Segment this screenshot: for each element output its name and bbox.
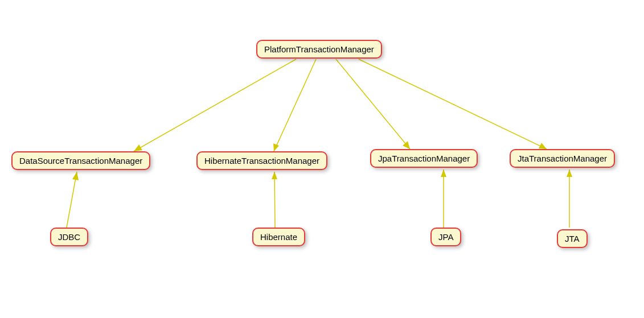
edge-root-to-hibernate bbox=[274, 59, 316, 151]
node-label: JTA bbox=[565, 234, 580, 243]
arrowhead bbox=[441, 170, 446, 177]
node-label: HibernateTransactionManager bbox=[204, 156, 319, 166]
node-label: JPA bbox=[438, 232, 453, 242]
edge-root-to-jta bbox=[359, 59, 547, 149]
node-label: JpaTransactionManager bbox=[378, 154, 470, 163]
edge-root-to-datasource bbox=[134, 59, 296, 151]
edge-jdbc-to-datasource bbox=[67, 172, 77, 228]
node-platform-transaction-manager: PlatformTransactionManager bbox=[256, 40, 382, 59]
node-jdbc: JDBC bbox=[50, 228, 88, 246]
node-jpa-transaction-manager: JpaTransactionManager bbox=[370, 149, 478, 168]
node-datasource-transaction-manager: DataSourceTransactionManager bbox=[11, 151, 150, 170]
node-label: JtaTransactionManager bbox=[518, 154, 607, 163]
edge-hibernate-to-hibernate bbox=[274, 172, 275, 228]
arrowhead bbox=[539, 143, 547, 149]
node-label: PlatformTransactionManager bbox=[264, 44, 374, 54]
node-label: DataSourceTransactionManager bbox=[19, 156, 142, 166]
edge-root-to-jpa bbox=[336, 59, 410, 149]
node-hibernate-transaction-manager: HibernateTransactionManager bbox=[196, 151, 327, 170]
arrowhead bbox=[273, 143, 279, 151]
arrowhead bbox=[403, 141, 410, 149]
arrowhead bbox=[272, 172, 277, 179]
node-label: Hibernate bbox=[260, 232, 297, 242]
node-jpa: JPA bbox=[430, 228, 461, 246]
arrowhead bbox=[72, 172, 79, 180]
arrowhead bbox=[134, 144, 142, 151]
node-label: JDBC bbox=[58, 232, 80, 242]
node-jta: JTA bbox=[557, 229, 588, 248]
node-hibernate: Hibernate bbox=[252, 228, 305, 246]
arrowhead bbox=[567, 170, 572, 177]
node-jta-transaction-manager: JtaTransactionManager bbox=[510, 149, 615, 168]
